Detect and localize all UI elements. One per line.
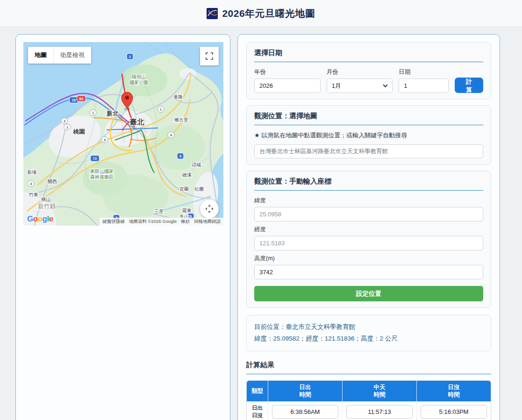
map-label: 三星 <box>154 209 164 214</box>
year-input[interactable] <box>254 78 321 93</box>
page-title: 2026年元旦曙光地圖 <box>222 7 315 20</box>
time-cell: 5:16:03PM <box>416 402 491 420</box>
observatory-logo-icon <box>207 8 218 19</box>
results-title: 計算結果 <box>246 361 491 374</box>
route-shield: 9 <box>168 132 174 138</box>
set-location-button[interactable]: 設定位置 <box>254 286 483 301</box>
latitude-input[interactable] <box>254 207 483 221</box>
svg-text:3: 3 <box>30 182 32 186</box>
fullscreen-icon <box>206 52 213 60</box>
calculate-button[interactable]: 計算 <box>455 78 483 93</box>
map-label: 基隆 <box>173 94 183 100</box>
latitude-label: 緯度 <box>254 197 483 205</box>
svg-text:72: 72 <box>93 157 97 161</box>
map-label: 桃園 <box>73 128 86 135</box>
map-label: 壯圍 <box>194 186 204 192</box>
svg-text:1: 1 <box>66 125 68 129</box>
pan-arrows-icon <box>204 204 215 214</box>
map-label: 東眼山國家森林遊樂區 <box>90 169 114 179</box>
map-label: 新北 <box>107 110 119 117</box>
controls-card: 選擇日期 年份 月份 1月 日期 <box>237 34 500 420</box>
route-shield: 1 <box>157 107 164 113</box>
svg-text:2: 2 <box>129 55 131 59</box>
map-label: 頭城 <box>192 162 201 167</box>
route-shield: 3 <box>28 181 34 187</box>
current-location-coords: 緯度：25.09582；經度：121.51836；高度：2 公尺 <box>254 333 483 345</box>
day-label: 日期 <box>399 68 449 76</box>
map-label: 礁溪 <box>182 172 192 178</box>
map-label: 竹東 <box>29 192 38 197</box>
route-shield: 61 <box>77 96 86 102</box>
map-label: 新竹縣 <box>38 203 56 210</box>
altitude-input[interactable] <box>254 265 483 279</box>
route-shield: 1 <box>90 110 96 116</box>
map-label: 新埔 <box>27 170 36 175</box>
map-label: 猴古里 <box>174 117 188 122</box>
route-shield: 1 <box>64 124 71 130</box>
map-label: 羅東 <box>182 208 192 213</box>
svg-text:1: 1 <box>160 107 162 112</box>
results-table: 類型日出時間中天時間日沒時間 日出日沒6:38:56AM11:57:135:16… <box>246 380 491 420</box>
map-card: 21561112139357725 陽明山國家公園基隆猴古里新北臺北桃園新埔關西… <box>15 34 230 420</box>
map-select-panel: 觀測位置：選擇地圖 ★ 以滑鼠在地圖中點選觀測位置；或輸入關鍵字自動搜尋 <box>246 105 491 165</box>
route-shield: 2 <box>127 54 133 60</box>
route-shield: 72 <box>91 156 100 162</box>
keyboard-shortcuts-link[interactable]: 鍵盤快捷鍵 <box>102 219 125 225</box>
longitude-input[interactable] <box>254 236 483 250</box>
svg-text:15: 15 <box>72 98 76 102</box>
current-location-name: 目前位置：臺北市立天文科學教育館 <box>254 321 483 333</box>
table-row: 日出日沒6:38:56AM11:57:135:16:03PM <box>247 401 491 420</box>
year-label: 年份 <box>254 68 321 76</box>
time-cell: 6:38:56AM <box>268 402 342 420</box>
satellite-view-button[interactable]: 衛星檢視 <box>53 47 91 64</box>
manual-coords-panel: 觀測位置：手動輸入座標 緯度 經度 高度(m) 設定位置 <box>246 171 491 308</box>
map-label: 橫山 <box>41 197 50 202</box>
report-error-link[interactable]: 回報地圖錯誤 <box>194 219 221 225</box>
pan-control-button[interactable] <box>200 199 219 218</box>
route-shield: 2 <box>61 118 68 124</box>
app-header: 2026年元旦曙光地圖 <box>0 0 522 27</box>
time-value: 6:38:56AM <box>272 405 338 419</box>
fullscreen-button[interactable] <box>200 47 219 65</box>
map-canvas[interactable]: 21561112139357725 陽明山國家公園基隆猴古里新北臺北桃園新埔關西… <box>23 42 223 226</box>
time-value: 5:16:03PM <box>421 405 487 419</box>
map-select-hint: ★ 以滑鼠在地圖中點選觀測位置；或輸入關鍵字自動搜尋 <box>254 131 483 140</box>
date-panel-title: 選擇日期 <box>254 49 483 62</box>
current-location-panel: 目前位置：臺北市立天文科學教育館 緯度：25.09582；經度：121.5183… <box>246 315 491 351</box>
svg-text:1: 1 <box>92 111 94 115</box>
google-map[interactable]: 21561112139357725 陽明山國家公園基隆猴古里新北臺北桃園新埔關西… <box>23 42 223 226</box>
map-select-title: 觀測位置：選擇地圖 <box>254 112 483 125</box>
column-header: 中天時間 <box>342 381 416 402</box>
map-view-button[interactable]: 地圖 <box>28 47 53 64</box>
longitude-label: 經度 <box>254 226 483 234</box>
map-attribution: 鍵盤快捷鍵 地圖資料 ©2025 Google 條款 回報地圖錯誤 <box>100 218 223 226</box>
svg-text:2: 2 <box>64 119 65 123</box>
map-label: 臺北 <box>130 118 144 126</box>
day-input[interactable] <box>399 78 449 93</box>
month-select[interactable]: 1月 <box>327 78 393 93</box>
map-label: 關西 <box>48 179 57 184</box>
column-header: 類型 <box>247 381 268 402</box>
date-panel: 選擇日期 年份 月份 1月 日期 <box>246 42 491 100</box>
google-logo[interactable]: Google <box>27 214 53 224</box>
svg-text:9: 9 <box>170 133 172 137</box>
column-header: 日沒時間 <box>416 381 491 402</box>
svg-text:3: 3 <box>104 138 106 142</box>
terms-link[interactable]: 條款 <box>181 219 190 225</box>
map-data-text: 地圖資料 ©2025 Google <box>129 219 177 225</box>
column-header: 日出時間 <box>268 381 342 402</box>
month-label: 月份 <box>327 68 393 76</box>
route-shield: 5 <box>177 153 184 159</box>
route-shield: 3 <box>101 137 108 143</box>
row-type-label: 日出日沒 <box>247 402 268 420</box>
time-cell: 11:57:13 <box>342 402 416 420</box>
manual-coords-title: 觀測位置：手動輸入座標 <box>254 177 483 191</box>
map-type-control: 地圖 衛星檢視 <box>28 47 91 64</box>
map-label: 宜蘭 <box>179 186 189 192</box>
svg-text:5: 5 <box>179 154 181 158</box>
svg-text:61: 61 <box>79 97 83 101</box>
location-search-input[interactable] <box>254 144 483 158</box>
time-value: 11:57:13 <box>346 405 413 419</box>
map-label: 陽明山國家公園 <box>129 74 148 85</box>
results-table-header: 類型日出時間中天時間日沒時間 <box>247 381 491 402</box>
